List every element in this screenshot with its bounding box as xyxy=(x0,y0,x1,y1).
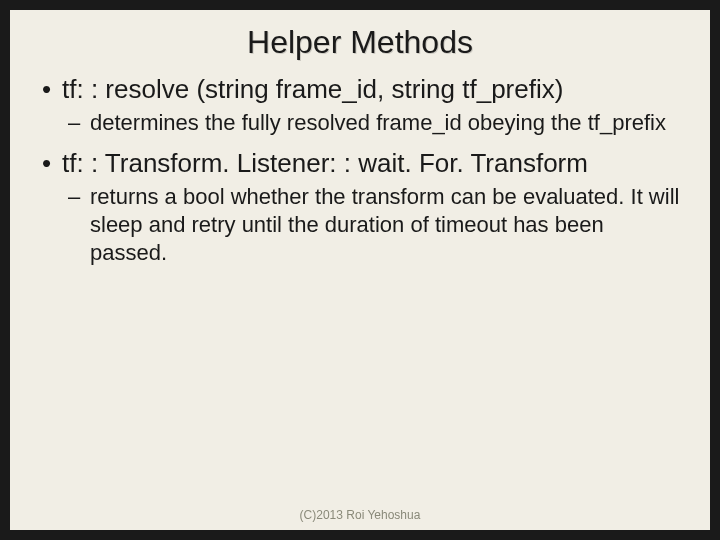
footer-copyright: (C)2013 Roi Yehoshua xyxy=(10,508,710,530)
slide-title: Helper Methods xyxy=(10,10,710,73)
bullet-text: tf: : Transform. Listener: : wait. For. … xyxy=(62,148,588,178)
list-item: returns a bool whether the transform can… xyxy=(62,183,682,267)
list-item: tf: : Transform. Listener: : wait. For. … xyxy=(38,147,682,267)
sub-list: returns a bool whether the transform can… xyxy=(62,183,682,267)
list-item: determines the fully resolved frame_id o… xyxy=(62,109,682,137)
bullet-text: tf: : resolve (string frame_id, string t… xyxy=(62,74,563,104)
slide-content: tf: : resolve (string frame_id, string t… xyxy=(10,73,710,508)
list-item: tf: : resolve (string frame_id, string t… xyxy=(38,73,682,137)
sub-list: determines the fully resolved frame_id o… xyxy=(62,109,682,137)
slide: Helper Methods tf: : resolve (string fra… xyxy=(10,10,710,530)
sub-bullet-text: returns a bool whether the transform can… xyxy=(90,184,679,265)
sub-bullet-text: determines the fully resolved frame_id o… xyxy=(90,110,666,135)
bullet-list: tf: : resolve (string frame_id, string t… xyxy=(38,73,682,267)
